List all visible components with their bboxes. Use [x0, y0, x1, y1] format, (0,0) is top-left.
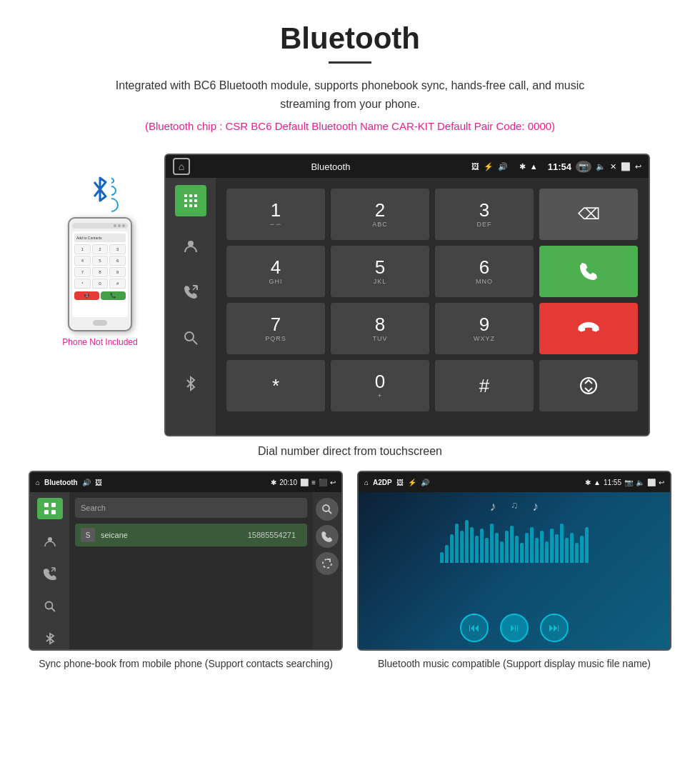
eq-bar-22 — [550, 529, 554, 563]
music-signal: ▲ — [594, 479, 601, 486]
sidebar-search-icon[interactable] — [175, 322, 206, 354]
phone-bottom-bar: 📵 📞 — [74, 291, 126, 300]
dial-key-7[interactable]: 7 PQRS — [226, 303, 325, 354]
pb-media-icon: 🖼 — [95, 479, 102, 486]
eq-bar-8 — [480, 529, 484, 563]
window-icon[interactable]: ⬜ — [621, 162, 631, 171]
svg-rect-2 — [194, 194, 197, 197]
svg-rect-7 — [189, 204, 192, 207]
phone-key-8: 8 — [92, 267, 109, 277]
music-play-button[interactable]: ⏯ — [500, 614, 529, 642]
music-bt-icon: ✱ — [585, 479, 591, 486]
eq-bar-4 — [460, 531, 464, 563]
eq-bar-21 — [545, 541, 549, 563]
pb-window-icon: ⬛ — [319, 479, 327, 486]
phonebook-caption-text: Sync phone-book from mobile phone (Suppo… — [39, 658, 333, 669]
dial-key-end[interactable] — [539, 303, 638, 354]
dial-key-0[interactable]: 0 + — [331, 360, 429, 411]
svg-rect-19 — [51, 510, 56, 514]
home-icon[interactable]: ⌂ — [173, 158, 190, 175]
dial-key-backspace[interactable]: ⌫ — [539, 189, 638, 240]
dial-key-6[interactable]: 6 MNO — [435, 246, 534, 297]
volume-icon: 🔈 — [596, 162, 606, 171]
usb-icon: ⚡ — [484, 162, 494, 171]
dial-key-transfer[interactable] — [539, 360, 638, 411]
dial-key-2[interactable]: 2 ABC — [331, 189, 429, 240]
bottom-screenshots: ⌂ Bluetooth 🔊 🖼 ✱ 20:10 ⬜ ≡ ⬛ ↩ — [0, 471, 700, 693]
eq-bar-20 — [540, 531, 544, 563]
sidebar-dialpad-icon[interactable] — [175, 185, 206, 216]
dialpad-area: 1 ∽∽ 2 ABC 3 DEF ⌫ — [216, 178, 649, 435]
eq-bar-23 — [555, 534, 559, 563]
phone-key-0: 0 — [92, 279, 109, 289]
dial-key-5[interactable]: 5 JKL — [331, 246, 429, 297]
dial-key-8[interactable]: 8 TUV — [331, 303, 429, 354]
pb-search-action[interactable] — [316, 498, 339, 521]
music-caption: Bluetooth music compatible (Support disp… — [378, 656, 651, 671]
phone-key-7: 7 — [74, 267, 91, 277]
dialpad-grid: 1 ∽∽ 2 ABC 3 DEF ⌫ — [226, 189, 638, 411]
svg-rect-1 — [189, 194, 192, 197]
eq-bar-26 — [570, 533, 574, 563]
svg-rect-17 — [51, 503, 56, 507]
sidebar-calls-icon[interactable] — [175, 276, 206, 308]
dial-key-call[interactable] — [539, 246, 638, 297]
back-icon[interactable]: ↩ — [635, 162, 641, 171]
pb-bluetooth-icon[interactable] — [37, 629, 63, 650]
pb-calls-icon[interactable] — [37, 563, 63, 584]
eq-bar-6 — [470, 527, 474, 563]
dial-key-7-num: 7 — [271, 315, 281, 334]
bluetooth-status-icon: ✱ — [519, 162, 526, 171]
music-prev-button[interactable]: ⏮ — [460, 614, 489, 642]
pb-grid-icon[interactable] — [37, 498, 63, 519]
phone-key-4: 4 — [74, 256, 91, 266]
music-next-button[interactable]: ⏭ — [540, 614, 569, 642]
wave-medium — [104, 184, 119, 198]
sidebar-bluetooth-icon[interactable] — [175, 368, 206, 399]
left-sidebar — [166, 178, 216, 435]
close-icon[interactable]: ✕ — [610, 162, 616, 171]
pb-search-icon[interactable] — [37, 596, 63, 617]
status-bar: ⌂ Bluetooth 🖼 ⚡ 🔊 ✱ ▲ 11:54 📷 🔈 ✕ ⬜ ↩ — [166, 155, 649, 178]
pb-search-bar[interactable]: Search — [75, 498, 307, 518]
eq-bar-28 — [580, 536, 584, 563]
dial-key-6-num: 6 — [479, 258, 489, 276]
title-underline — [329, 61, 371, 64]
dial-key-9-num: 9 — [479, 315, 489, 334]
dial-key-0-num: 0 — [375, 372, 385, 391]
pb-contact-number: 15885554271 — [248, 531, 296, 539]
svg-rect-4 — [189, 199, 192, 202]
music-visualizer: ♪ ♫ ♪ — [440, 499, 589, 563]
phone-side: Add to Contacts 1 2 3 4 5 6 7 8 9 * 0 # … — [50, 154, 150, 347]
dial-key-hash[interactable]: # — [435, 360, 534, 411]
sidebar-contacts-icon[interactable] — [175, 231, 206, 262]
eq-bar-11 — [495, 533, 499, 563]
dial-key-star[interactable]: * — [226, 360, 325, 411]
dial-key-9[interactable]: 9 WXYZ — [435, 303, 534, 354]
eq-bar-12 — [500, 541, 504, 563]
status-bar-right: 🖼 ⚡ 🔊 ✱ ▲ 11:54 📷 🔈 ✕ ⬜ ↩ — [471, 161, 641, 173]
dial-key-1-num: 1 — [271, 201, 281, 219]
phone-signal-dot3 — [122, 224, 125, 227]
pb-contact-row[interactable]: S seicane 15885554271 — [75, 524, 307, 546]
pb-contacts-icon[interactable] — [37, 531, 63, 552]
screen-content: 1 ∽∽ 2 ABC 3 DEF ⌫ — [166, 178, 649, 435]
dial-key-2-num: 2 — [375, 201, 385, 219]
music-home-icon: ⌂ — [364, 479, 369, 486]
camera-icon: 📷 — [576, 161, 591, 173]
svg-rect-5 — [194, 199, 197, 202]
wave-small — [107, 177, 115, 185]
phone-call-button: 📞 — [101, 291, 126, 300]
pb-refresh-action[interactable] — [316, 552, 339, 575]
dial-key-3[interactable]: 3 DEF — [435, 189, 534, 240]
eq-bars — [440, 520, 589, 563]
dial-key-4[interactable]: 4 GHI — [226, 246, 325, 297]
pb-call-action[interactable] — [316, 525, 339, 548]
phone-key-3: 3 — [109, 244, 126, 254]
dial-key-1[interactable]: 1 ∽∽ — [226, 189, 325, 240]
phone-end-button: 📵 — [74, 291, 99, 300]
pb-contact-name: seicane — [101, 531, 248, 539]
pb-actions — [313, 492, 341, 649]
svg-point-26 — [323, 505, 329, 511]
music-cam-icon: 📷 — [624, 479, 633, 486]
